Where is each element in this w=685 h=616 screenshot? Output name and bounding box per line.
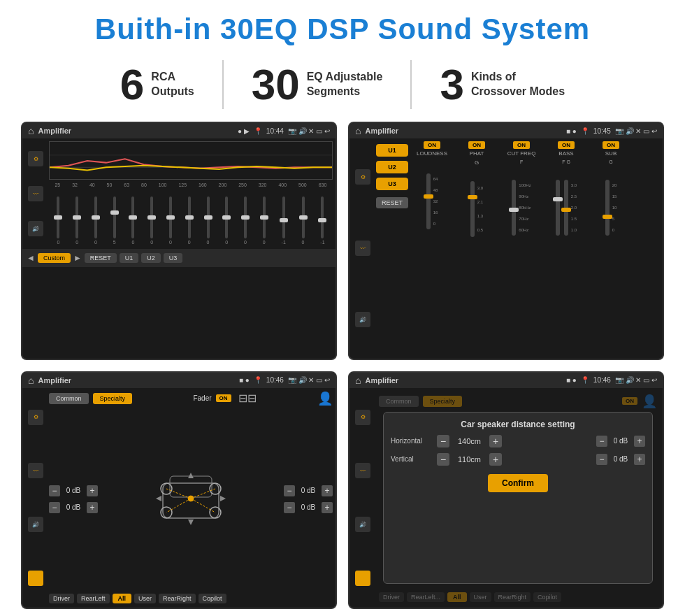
db-plus-3[interactable]: +	[322, 485, 333, 496]
eq-slider-6[interactable]	[169, 196, 172, 238]
loudness-fader[interactable]	[426, 173, 431, 229]
fader-wave-icon[interactable]: 〰	[28, 463, 43, 478]
eq-slider-4[interactable]	[131, 196, 134, 238]
home-icon[interactable]: ⌂	[28, 125, 34, 136]
bass-fader1[interactable]	[556, 180, 560, 236]
car-diagram	[152, 469, 229, 529]
fader-speaker-icon[interactable]: 🔊	[28, 517, 43, 532]
fader-home-icon[interactable]: ⌂	[28, 375, 34, 386]
eq-slider-7[interactable]	[188, 196, 191, 238]
bass-label: BASS	[558, 150, 573, 157]
specialty-tab[interactable]: Specialty	[93, 393, 133, 404]
u2-preset-btn[interactable]: U2	[376, 161, 408, 173]
eq-slider-3[interactable]	[113, 196, 116, 238]
fader-center	[102, 409, 280, 590]
sub-on[interactable]: ON	[603, 141, 619, 149]
horizontal-plus[interactable]: +	[489, 435, 502, 447]
fader-eq-icon[interactable]: ⚙	[28, 410, 43, 425]
eq-slider-9[interactable]	[225, 196, 228, 238]
xover-wave-icon[interactable]: 〰	[355, 241, 370, 256]
cutfreq-channel: ON CUT FREQ F 100Hz90Hz80kHz70Hz60Hz	[500, 141, 542, 356]
dist-specialty-tab: Specialty	[423, 396, 463, 407]
xover-home-icon[interactable]: ⌂	[355, 125, 361, 136]
fader-expand-icon[interactable]: ↔	[28, 571, 43, 586]
stat-crossover-number: 3	[440, 63, 463, 106]
next-icon[interactable]: ►	[73, 253, 82, 263]
rearright-btn[interactable]: RearRight	[159, 594, 196, 603]
bass-fader2[interactable]	[564, 180, 568, 236]
copilot-btn[interactable]: Copilot	[199, 594, 226, 603]
db-minus-2[interactable]: −	[49, 502, 60, 513]
eq-slider-11[interactable]	[263, 196, 266, 238]
rearleft-btn[interactable]: RearLeft	[77, 594, 110, 603]
eq-slider-13[interactable]	[302, 196, 305, 238]
eq-sliders-area: 0 0 0 5 0 0 0 0 0 0 0 0 -1 0 -1	[49, 190, 333, 246]
xover-eq-icon[interactable]: ⚙	[355, 169, 370, 185]
fader-left-controls: − 0 dB + − 0 dB +	[49, 409, 98, 590]
loudness-on[interactable]: ON	[424, 141, 440, 149]
horizontal-minus[interactable]: −	[437, 435, 449, 447]
db-minus-4[interactable]: −	[284, 502, 295, 513]
cutfreq-fader[interactable]	[512, 180, 516, 236]
fader-screen: ⌂ Amplifier ■ ● 📍 10:46 📷 🔊 ✕ ▭ ↩ ⚙ 〰 🔊 …	[21, 371, 337, 610]
xover-speaker-icon[interactable]: 🔊	[355, 312, 370, 327]
db-plus-4[interactable]: +	[322, 502, 333, 513]
u1-preset-btn[interactable]: U1	[376, 144, 408, 157]
u3-btn[interactable]: U3	[164, 253, 183, 263]
dist-db-minus-1[interactable]: −	[596, 436, 607, 447]
dist-speaker-icon[interactable]: 🔊	[355, 517, 370, 532]
common-tab[interactable]: Common	[49, 393, 89, 404]
u1-btn[interactable]: U1	[120, 253, 139, 263]
db-minus-1[interactable]: −	[49, 485, 60, 496]
loudness-fader-area: 644832160	[426, 159, 438, 229]
xover-reset-btn[interactable]: RESET	[376, 197, 408, 208]
vertical-plus[interactable]: +	[489, 453, 502, 466]
eq-slider-12[interactable]	[282, 196, 285, 238]
user-btn[interactable]: User	[134, 594, 156, 603]
dist-eq-icon[interactable]: ⚙	[355, 410, 370, 425]
fader-on-badge[interactable]: ON	[216, 394, 231, 402]
vertical-minus[interactable]: −	[437, 453, 449, 466]
dist-db-plus-1[interactable]: +	[634, 436, 645, 447]
custom-btn[interactable]: Custom	[38, 253, 71, 263]
sub-fader[interactable]	[605, 180, 610, 236]
phat-on[interactable]: ON	[468, 141, 485, 149]
cutfreq-on[interactable]: ON	[513, 141, 530, 149]
fader-time: 10:46	[266, 376, 284, 384]
eq-slider-10[interactable]	[244, 196, 247, 238]
eq-slider-14[interactable]	[321, 196, 324, 238]
speaker-icon[interactable]: 🔊	[28, 221, 43, 236]
eq-slider-5[interactable]	[150, 196, 153, 238]
driver-btn[interactable]: Driver	[49, 594, 74, 603]
confirm-button[interactable]: Confirm	[488, 474, 548, 492]
sub-freq-labels: 20151050	[612, 180, 617, 236]
dist-db-val-1: 0 dB	[610, 437, 631, 445]
eq-slider-1[interactable]	[75, 196, 78, 238]
eq-slider-2[interactable]	[94, 196, 97, 238]
equalizer-icon[interactable]: ⚙	[28, 151, 43, 166]
wave-icon[interactable]: 〰	[28, 186, 43, 201]
bass-on[interactable]: ON	[558, 141, 575, 149]
dist-home-icon[interactable]: ⌂	[355, 375, 361, 386]
dist-expand-icon[interactable]: ↔	[355, 571, 370, 586]
u2-btn[interactable]: U2	[141, 253, 161, 263]
svg-marker-15	[188, 473, 194, 478]
stat-rca-text: RCAOutputs	[151, 70, 194, 99]
db-plus-2[interactable]: +	[87, 502, 98, 513]
phat-channel: ON PHAT G 3.02.11.30.5	[456, 141, 498, 356]
eq-slider-8[interactable]	[207, 196, 210, 238]
u3-preset-btn[interactable]: U3	[376, 178, 408, 190]
prev-icon[interactable]: ◄	[27, 253, 35, 263]
dist-wave-icon[interactable]: 〰	[355, 463, 370, 478]
all-btn[interactable]: All	[113, 594, 132, 603]
svg-marker-16	[188, 520, 194, 525]
db-minus-3[interactable]: −	[284, 485, 295, 496]
dist-db-minus-2[interactable]: −	[596, 454, 607, 465]
dist-db-plus-2[interactable]: +	[634, 454, 645, 465]
eq-slider-0[interactable]	[57, 196, 59, 238]
dist-db-right-1: − 0 dB +	[596, 436, 645, 447]
bass-channel: ON BASS F G 3.02.52.01.51.0	[545, 141, 587, 356]
reset-btn[interactable]: RESET	[85, 253, 117, 263]
db-plus-1[interactable]: +	[87, 485, 98, 496]
phat-fader[interactable]	[470, 181, 475, 237]
